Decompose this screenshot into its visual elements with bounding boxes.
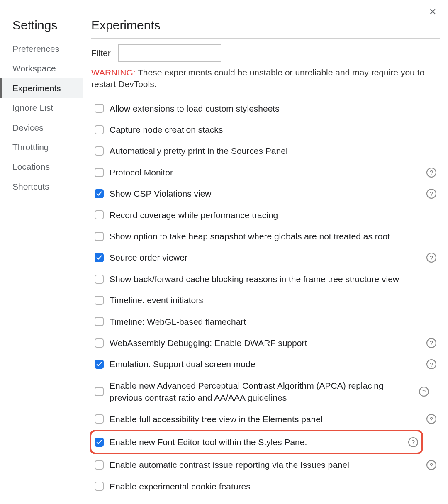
experiment-label: Show option to take heap snapshot where … [110,230,436,242]
help-icon[interactable]: ? [426,253,436,263]
experiment-checkbox[interactable] [95,387,104,396]
experiment-checkbox[interactable] [95,104,104,113]
experiments-warning: WARNING: These experiments could be unst… [91,67,440,90]
experiment-checkbox[interactable] [95,414,104,424]
settings-sidebar: Settings PreferencesWorkspaceExperiments… [0,0,83,504]
experiment-checkbox[interactable] [95,338,104,348]
experiment-label: Enable experimental cookie features [110,480,436,492]
experiment-checkbox[interactable] [95,168,104,177]
help-icon[interactable]: ? [419,387,429,397]
experiment-checkbox[interactable] [95,125,104,134]
experiment-row: Timeline: event initiators [91,290,440,311]
experiment-row: Enable full accessibility tree view in t… [91,409,440,430]
experiment-label: Automatically pretty print in the Source… [110,145,436,157]
experiment-label: Enable new Advanced Perceptual Contrast … [110,380,413,404]
experiment-row: Record coverage while performance tracin… [91,205,440,226]
experiment-checkbox[interactable] [95,438,104,447]
sidebar-title: Settings [0,17,83,39]
sidebar-item-preferences[interactable]: Preferences [0,39,83,58]
experiment-label: Protocol Monitor [110,166,418,178]
filter-input[interactable] [118,44,221,62]
experiment-row: Enable new Advanced Perceptual Contrast … [91,375,440,409]
experiment-label: Emulation: Support dual screen mode [110,358,418,370]
help-icon[interactable]: ? [426,189,436,199]
experiment-checkbox[interactable] [95,482,104,491]
experiment-checkbox[interactable] [95,232,104,241]
sidebar-item-shortcuts[interactable]: Shortcuts [0,177,83,196]
experiment-row: Show CSP Violations view? [91,183,440,204]
experiment-label: Enable full accessibility tree view in t… [110,413,418,425]
experiments-list: Allow extensions to load custom styleshe… [91,98,440,497]
sidebar-item-throttling[interactable]: Throttling [0,137,83,157]
warning-text: These experiments could be unstable or u… [91,68,424,89]
experiment-row: Show back/forward cache blocking reasons… [91,268,440,290]
experiment-checkbox[interactable] [95,296,104,305]
experiment-checkbox[interactable] [95,146,104,156]
experiment-row: Allow extensions to load custom styleshe… [91,98,440,119]
experiment-label: Record coverage while performance tracin… [110,209,436,221]
experiment-row: Capture node creation stacks [91,119,440,140]
warning-prefix: WARNING: [91,68,136,77]
sidebar-nav: PreferencesWorkspaceExperimentsIgnore Li… [0,39,83,196]
help-icon[interactable]: ? [426,414,436,424]
experiment-row: Timeline: WebGL-based flamechart [91,311,440,332]
experiment-label: Allow extensions to load custom styleshe… [110,102,436,114]
experiment-label: Timeline: event initiators [110,294,436,306]
sidebar-item-experiments[interactable]: Experiments [0,78,83,98]
experiment-label: Enable automatic contrast issue reportin… [110,459,418,471]
help-icon[interactable]: ? [426,338,436,348]
help-icon[interactable]: ? [426,460,436,470]
experiment-row: WebAssembly Debugging: Enable DWARF supp… [91,332,440,353]
close-icon[interactable]: ✕ [429,7,436,17]
settings-main: ✕ Experiments Filter WARNING: These expe… [83,0,448,504]
experiment-row: Enable automatic contrast issue reportin… [91,454,440,475]
sidebar-item-workspace[interactable]: Workspace [0,58,83,78]
experiment-checkbox[interactable] [95,189,104,198]
experiment-row: Source order viewer? [91,247,440,268]
sidebar-item-locations[interactable]: Locations [0,157,83,176]
sidebar-item-devices[interactable]: Devices [0,118,83,137]
experiment-label: Timeline: WebGL-based flamechart [110,316,436,328]
experiment-checkbox[interactable] [95,360,104,369]
filter-row: Filter [91,44,440,62]
experiment-checkbox[interactable] [95,253,104,262]
experiment-row: Protocol Monitor? [91,162,440,183]
experiment-row: Show option to take heap snapshot where … [91,226,440,247]
experiment-label: Show CSP Violations view [110,187,418,200]
experiment-checkbox[interactable] [95,275,104,284]
experiment-label: Show back/forward cache blocking reasons… [110,273,436,285]
experiment-label: Capture node creation stacks [110,124,436,136]
experiment-row: Emulation: Support dual screen mode? [91,353,440,375]
page-title: Experiments [91,17,440,39]
help-icon[interactable]: ? [426,168,436,178]
experiment-row: Automatically pretty print in the Source… [91,140,440,161]
filter-label: Filter [91,47,111,59]
experiment-row: Enable experimental cookie features [91,476,440,497]
experiment-label: Source order viewer [110,251,418,263]
experiment-checkbox[interactable] [95,317,104,326]
experiment-checkbox[interactable] [95,460,104,470]
sidebar-item-ignore-list[interactable]: Ignore List [0,98,83,117]
experiment-checkbox[interactable] [95,210,104,219]
help-icon[interactable]: ? [408,437,418,447]
experiment-label: WebAssembly Debugging: Enable DWARF supp… [110,337,418,349]
help-icon[interactable]: ? [426,359,436,369]
experiment-label: Enable new Font Editor tool within the S… [110,436,400,448]
experiment-row: Enable new Font Editor tool within the S… [90,430,423,454]
